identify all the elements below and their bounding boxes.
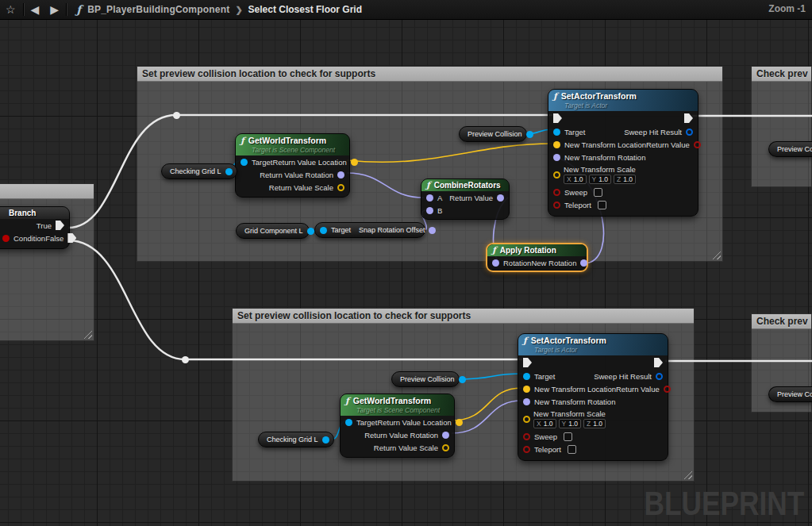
scale-x-input[interactable]: X1.0: [533, 419, 556, 428]
return-value-rotation-pin[interactable]: [442, 432, 449, 439]
output-pin[interactable]: [225, 168, 233, 175]
breadcrumb-current[interactable]: Select Closest Floor Grid: [248, 4, 362, 15]
sweep-checkbox[interactable]: [594, 188, 602, 197]
forward-icon[interactable]: ▶: [44, 3, 64, 16]
sweep-hit-result-pin[interactable]: [686, 129, 693, 136]
node-set-actor-transform-1[interactable]: ƒSetActorTransform Target is Actor Targe…: [548, 89, 698, 217]
node-header[interactable]: ƒSetActorTransform Target is Actor: [518, 334, 668, 355]
node-set-actor-transform-2[interactable]: ƒSetActorTransform Target is Actor Targe…: [518, 333, 668, 461]
scale-y-input[interactable]: Y1.0: [559, 419, 582, 428]
new-transform-location-pin[interactable]: [523, 386, 530, 393]
var-preview-collision-2[interactable]: Preview Collision: [391, 371, 460, 387]
breadcrumb-parent[interactable]: BP_PlayerBuildingComponent: [87, 4, 229, 15]
node-combine-rotators[interactable]: ƒCombineRotators A Return Value B: [421, 179, 510, 220]
var-grid-component[interactable]: Grid Component L: [236, 223, 310, 239]
teleport-checkbox[interactable]: [598, 201, 606, 209]
pin-label: Return Value: [616, 385, 660, 394]
new-rotation-pin[interactable]: [580, 259, 587, 267]
node-title: SetActorTransform: [531, 336, 606, 345]
return-value-rotation-pin[interactable]: [337, 171, 344, 179]
node-snap-rotation-offset[interactable]: Target Snap Rotation Offset: [314, 222, 425, 238]
return-value-pin[interactable]: [694, 141, 701, 148]
comment-title[interactable]: Check prev: [752, 67, 811, 82]
node-apply-rotation[interactable]: ƒApply Rotation Rotation New Rotation: [486, 243, 588, 272]
return-value-location-pin[interactable]: [456, 419, 463, 426]
pin-label: Rotation: [503, 259, 531, 267]
reroute-node[interactable]: [173, 112, 180, 119]
output-pin[interactable]: [459, 376, 466, 383]
back-icon[interactable]: ◀: [25, 3, 45, 16]
node-header[interactable]: ƒSetActorTransform Target is Actor: [548, 90, 698, 111]
target-pin[interactable]: [241, 159, 248, 166]
return-value-scale-pin[interactable]: [442, 444, 449, 451]
new-transform-scale-pin[interactable]: [523, 416, 530, 423]
rotation-pin[interactable]: [492, 259, 499, 267]
teleport-pin[interactable]: [523, 446, 530, 453]
comment-title[interactable]: Set preview collision location to check …: [233, 309, 694, 324]
node-get-world-transform-1[interactable]: ƒGetWorldTransform Target is Scene Compo…: [235, 133, 350, 198]
reroute-node[interactable]: [182, 356, 189, 363]
exec-in-pin[interactable]: [523, 358, 532, 367]
node-header[interactable]: ƒGetWorldTransform Target is Scene Compo…: [341, 394, 454, 416]
a-pin[interactable]: [426, 194, 433, 202]
node-get-world-transform-2[interactable]: ƒGetWorldTransform Target is Scene Compo…: [340, 394, 455, 458]
b-pin[interactable]: [426, 207, 433, 214]
node-header[interactable]: Branch: [0, 207, 69, 219]
comment-resize-handle[interactable]: [83, 330, 92, 339]
pin-label: New Rotation: [531, 259, 576, 267]
scale-z-input[interactable]: Z1.0: [614, 175, 636, 184]
var-preview-collision-1[interactable]: Preview Collision: [459, 126, 527, 142]
pin-label: Return Value Rotation: [364, 431, 438, 440]
sweep-pin[interactable]: [553, 189, 560, 196]
sweep-pin[interactable]: [523, 433, 530, 440]
return-value-pin[interactable]: [664, 386, 671, 393]
exec-out-pin[interactable]: [684, 113, 693, 123]
exec-in-pin[interactable]: [553, 113, 562, 123]
node-header[interactable]: ƒApply Rotation: [487, 244, 587, 256]
var-checking-grid-2[interactable]: Checking Grid L: [258, 432, 334, 447]
output-pin[interactable]: [526, 131, 533, 138]
comment-title[interactable]: Check prev: [752, 314, 811, 329]
scale-z-input[interactable]: Z1.0: [583, 419, 606, 428]
node-subtitle: Target is Scene Component: [345, 406, 448, 414]
sweep-checkbox[interactable]: [564, 432, 572, 441]
comment-box-check-top[interactable]: Check prev: [751, 66, 812, 187]
comment-title[interactable]: [0, 184, 94, 199]
teleport-checkbox[interactable]: [568, 445, 576, 454]
new-transform-scale-pin[interactable]: [553, 171, 560, 179]
exec-out-pin-false[interactable]: [67, 233, 76, 243]
comment-title[interactable]: Set preview collision location to check …: [137, 67, 722, 82]
node-title: SetActorTransform: [561, 91, 637, 101]
exec-out-pin-true[interactable]: [56, 221, 64, 230]
node-branch[interactable]: Branch True Condition False: [0, 206, 70, 249]
var-preview-collision-clipped-1[interactable]: Preview Coll: [768, 141, 812, 157]
condition-pin[interactable]: [2, 235, 10, 242]
target-pin[interactable]: [523, 373, 530, 380]
comment-resize-handle[interactable]: [683, 470, 692, 479]
new-transform-location-pin[interactable]: [553, 141, 560, 148]
var-preview-collision-clipped-2[interactable]: Preview Coll: [768, 386, 812, 402]
return-value-pin[interactable]: [497, 194, 504, 202]
node-subtitle: Target is Scene Component: [241, 146, 344, 154]
output-pin[interactable]: [307, 228, 314, 235]
comment-resize-handle[interactable]: [712, 251, 721, 259]
node-header[interactable]: ƒGetWorldTransform Target is Scene Compo…: [236, 134, 349, 155]
sweep-hit-result-pin[interactable]: [656, 373, 663, 380]
target-pin[interactable]: [345, 419, 352, 426]
output-pin[interactable]: [322, 436, 329, 443]
scale-y-input[interactable]: Y1.0: [589, 175, 612, 184]
teleport-pin[interactable]: [553, 202, 560, 209]
favorite-star-icon[interactable]: ☆: [0, 3, 21, 16]
target-pin[interactable]: [553, 129, 560, 136]
var-checking-grid-1[interactable]: Checking Grid L: [161, 163, 237, 179]
exec-out-pin[interactable]: [654, 358, 663, 367]
scale-x-input[interactable]: X1.0: [564, 175, 587, 184]
target-pin[interactable]: [320, 227, 327, 234]
return-value-scale-pin[interactable]: [337, 184, 344, 191]
node-header[interactable]: ƒCombineRotators: [421, 179, 509, 191]
pin-label: Sweep Hit Result: [624, 128, 682, 136]
return-value-location-pin[interactable]: [351, 159, 358, 166]
snap-rotation-offset-pin[interactable]: [429, 227, 436, 234]
new-transform-rotation-pin[interactable]: [553, 154, 560, 161]
new-transform-rotation-pin[interactable]: [523, 398, 530, 405]
